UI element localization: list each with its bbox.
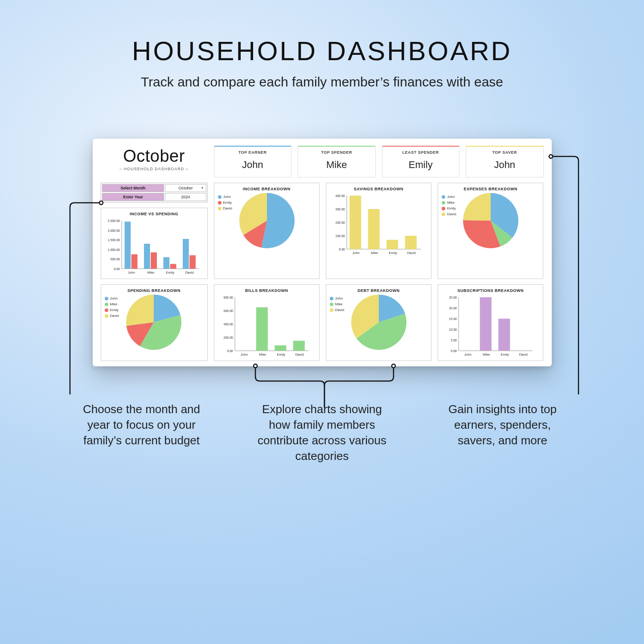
callout-right: Gain insights into top earners, spenders… xyxy=(436,402,570,464)
svg-text:800.00: 800.00 xyxy=(223,296,233,299)
svg-rect-47 xyxy=(293,341,304,351)
svg-text:Mike: Mike xyxy=(483,353,490,357)
bar-chart: 0.00200.00400.00600.00800.00JohnMikeEmil… xyxy=(218,295,316,358)
chart-income-breakdown: INCOME BREAKDOWNJohnEmilyDavid xyxy=(214,183,320,279)
stat-value: Emily xyxy=(382,159,459,171)
svg-rect-8 xyxy=(124,222,131,269)
svg-text:25.00: 25.00 xyxy=(449,296,457,299)
chart-title: INCOME VS SPENDING xyxy=(105,212,204,216)
chart-legend: JohnEmilyDavid xyxy=(218,193,237,210)
pie-chart xyxy=(351,295,406,350)
svg-text:200.00: 200.00 xyxy=(335,221,345,224)
svg-text:David: David xyxy=(407,251,415,255)
stat-top-earner: TOP EARNER John xyxy=(214,146,292,177)
chart-legend: JohnMikeEmilyDavid xyxy=(105,295,123,318)
chart-savings-breakdown: SAVINGS BREAKDOWN0.00100.00200.00300.004… xyxy=(326,183,431,279)
svg-text:Emily: Emily xyxy=(501,353,509,357)
svg-text:John: John xyxy=(240,353,247,357)
period-selector: Select Month October Enter Year 2024 xyxy=(101,183,208,202)
svg-rect-31 xyxy=(386,240,398,249)
svg-text:0.00: 0.00 xyxy=(114,267,120,271)
svg-text:0.00: 0.00 xyxy=(227,349,233,353)
bar-chart: 0.00500.001,000.001,500.002,000.002,500.… xyxy=(105,218,204,276)
svg-text:John: John xyxy=(127,271,135,275)
callout-left: Choose the month and year to focus on yo… xyxy=(75,402,209,464)
dashboard-card: October – HOUSEHOLD DASHBOARD – TOP EARN… xyxy=(93,139,552,366)
chart-subscriptions-breakdown: SUBSCRIPTIONS BREAKDOWN0.005.0010.0015.0… xyxy=(438,284,543,361)
stat-label: TOP SPENDER xyxy=(298,150,375,155)
svg-text:600.00: 600.00 xyxy=(223,309,233,312)
month-subtitle: – HOUSEHOLD DASHBOARD – xyxy=(101,167,208,171)
svg-text:John: John xyxy=(464,353,472,357)
svg-rect-14 xyxy=(163,257,169,269)
svg-rect-17 xyxy=(183,239,189,269)
enter-year-input[interactable]: 2024 xyxy=(165,193,206,201)
svg-rect-29 xyxy=(368,209,380,249)
chart-title: EXPENSES BREAKDOWN xyxy=(442,187,539,191)
chart-title: DEBT BREAKDOWN xyxy=(330,288,427,293)
chart-bills-breakdown: BILLS BREAKDOWN0.00200.00400.00600.00800… xyxy=(214,284,320,361)
chart-legend: JohnMikeDavid xyxy=(330,295,349,312)
chart-title: SAVINGS BREAKDOWN xyxy=(330,187,427,191)
svg-text:10.00: 10.00 xyxy=(449,328,457,331)
select-month-dropdown[interactable]: October xyxy=(165,184,206,192)
svg-rect-43 xyxy=(256,308,267,351)
chart-title: SPENDING BREAKDOWN xyxy=(105,288,204,293)
page-subtitle: Track and compare each family member’s f… xyxy=(141,74,503,90)
svg-rect-60 xyxy=(498,319,510,351)
chart-spending-breakdown: SPENDING BREAKDOWNJohnMikeEmilyDavid xyxy=(101,284,208,361)
svg-text:20.00: 20.00 xyxy=(449,307,457,310)
stat-value: John xyxy=(466,159,543,171)
svg-text:2,000.00: 2,000.00 xyxy=(107,229,119,232)
stat-top-spender: TOP SPENDER Mike xyxy=(298,146,376,177)
chart-expenses-breakdown: EXPENSES BREAKDOWNJohnMikeEmilyDavid xyxy=(438,183,543,279)
svg-text:500.00: 500.00 xyxy=(110,258,120,261)
stat-label: TOP SAVER xyxy=(466,150,543,155)
svg-text:0.00: 0.00 xyxy=(451,349,457,353)
bar-chart: 0.00100.00200.00300.00400.00JohnMikeEmil… xyxy=(330,193,427,256)
svg-text:David: David xyxy=(185,271,193,275)
svg-text:2,500.00: 2,500.00 xyxy=(107,219,119,222)
svg-rect-12 xyxy=(151,252,157,269)
chart-income-vs-spending: INCOME VS SPENDING0.00500.001,000.001,50… xyxy=(101,208,208,279)
chart-legend: JohnMikeEmilyDavid xyxy=(442,193,460,216)
page-title: HOUSEHOLD DASHBOARD xyxy=(132,36,512,66)
svg-rect-45 xyxy=(275,345,286,351)
stat-least-spender: LEAST SPENDER Emily xyxy=(382,146,460,177)
svg-text:15.00: 15.00 xyxy=(449,317,457,320)
stat-label: LEAST SPENDER xyxy=(382,150,459,155)
svg-text:David: David xyxy=(295,353,304,357)
chart-title: INCOME BREAKDOWN xyxy=(218,187,316,191)
callout-center: Explore charts showing how family member… xyxy=(255,402,389,464)
svg-rect-27 xyxy=(349,196,361,249)
month-header: October – HOUSEHOLD DASHBOARD – xyxy=(101,146,208,171)
svg-rect-33 xyxy=(405,236,417,249)
svg-text:Mike: Mike xyxy=(371,251,378,255)
svg-text:400.00: 400.00 xyxy=(223,323,233,326)
month-name: October xyxy=(101,147,208,166)
svg-rect-11 xyxy=(144,244,150,269)
svg-text:1,500.00: 1,500.00 xyxy=(107,238,119,242)
svg-rect-9 xyxy=(131,254,137,269)
svg-text:400.00: 400.00 xyxy=(335,194,345,197)
svg-text:Emily: Emily xyxy=(166,271,174,275)
svg-text:Emily: Emily xyxy=(389,251,397,255)
enter-year-label: Enter Year xyxy=(102,193,164,201)
svg-text:200.00: 200.00 xyxy=(223,336,233,339)
stat-label: TOP EARNER xyxy=(214,150,291,155)
pie-chart xyxy=(239,193,295,248)
select-month-label: Select Month xyxy=(102,184,164,192)
svg-text:Mike: Mike xyxy=(147,271,154,275)
stat-top-saver: TOP SAVER John xyxy=(466,146,544,177)
bar-chart: 0.005.0010.0015.0020.0025.00JohnMikeEmil… xyxy=(442,295,539,358)
svg-rect-18 xyxy=(189,255,196,269)
chart-debt-breakdown: DEBT BREAKDOWNJohnMikeDavid xyxy=(326,284,431,361)
svg-text:John: John xyxy=(352,251,359,255)
stat-value: John xyxy=(214,159,291,171)
chart-title: BILLS BREAKDOWN xyxy=(218,288,316,293)
pie-chart xyxy=(463,193,518,248)
svg-text:100.00: 100.00 xyxy=(335,234,345,238)
svg-text:5.00: 5.00 xyxy=(451,339,457,342)
svg-text:David: David xyxy=(519,353,528,357)
stat-value: Mike xyxy=(298,159,375,171)
